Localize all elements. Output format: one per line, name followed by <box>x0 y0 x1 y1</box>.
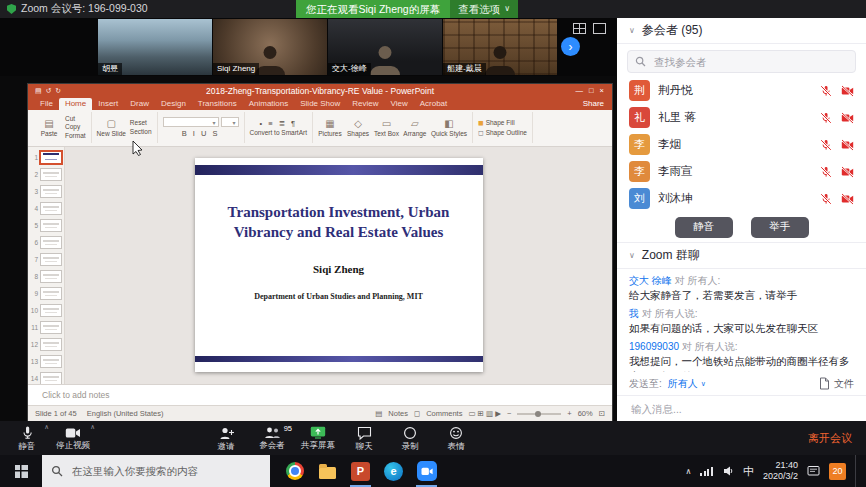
slide-thumbnail-row[interactable]: 9 <box>28 285 64 302</box>
notes-toggle-label[interactable]: Notes <box>388 409 408 418</box>
text-box-button[interactable]: ▭ Text Box <box>374 119 399 137</box>
chat-button[interactable]: 聊天 <box>341 421 387 455</box>
reactions-button[interactable]: 表情 <box>433 421 479 455</box>
next-videos-button[interactable]: › <box>561 37 580 56</box>
slide-thumbnail-row[interactable]: 12 <box>28 336 64 353</box>
ribbon-tab[interactable]: Home <box>59 98 92 110</box>
participant-row[interactable]: 李 李烟 <box>617 131 866 158</box>
ribbon-tab[interactable]: Acrobat <box>414 98 454 110</box>
slide-thumbnail-row[interactable]: 13 <box>28 353 64 370</box>
mute-button[interactable]: ∧ 静音 <box>4 421 50 455</box>
video-tile[interactable]: Siqi Zheng <box>213 19 327 75</box>
video-options-caret-icon[interactable]: ∧ <box>90 423 95 431</box>
participant-row[interactable]: 刘 刘沐坤 <box>617 185 866 212</box>
invite-button[interactable]: 邀请 <box>203 421 249 455</box>
video-tile[interactable]: 胡昱 <box>98 19 212 75</box>
zoom-in-icon[interactable]: + <box>567 409 571 418</box>
video-tile[interactable]: 船建-戴晨 <box>443 19 557 75</box>
new-slide-button[interactable]: ▢ New Slide <box>97 119 126 137</box>
paragraph-buttons[interactable]: • ≡ ≣ ¶ <box>259 119 297 128</box>
speaker-icon[interactable] <box>722 465 734 477</box>
slide-thumbnail-row[interactable]: 2 <box>28 166 64 183</box>
font-style-buttons[interactable]: B I U S <box>182 129 220 138</box>
slide-thumbnail-row[interactable]: 14 <box>28 370 64 384</box>
participants-button[interactable]: 95 参会者 <box>249 421 295 455</box>
pictures-button[interactable]: ▦ Pictures <box>318 119 342 137</box>
send-to-dropdown[interactable]: 所有人 ∨ <box>668 377 706 391</box>
window-controls-icons[interactable]: — □ × <box>575 86 606 95</box>
taskbar-search[interactable] <box>42 455 270 487</box>
action-center-icon[interactable] <box>807 465 820 477</box>
slide-thumbnail-row[interactable]: 5 <box>28 217 64 234</box>
share-button[interactable]: Share <box>583 99 604 108</box>
taskbar-clock[interactable]: 21:40 2020/3/2 <box>763 460 798 483</box>
ribbon-tab[interactable]: View <box>385 98 414 110</box>
notification-badge[interactable]: 20 <box>829 463 846 480</box>
zoom-percent-label[interactable]: 60% <box>578 409 593 418</box>
ribbon-tab[interactable]: Design <box>155 98 192 110</box>
participant-row[interactable]: 荆 荆丹悦 <box>617 77 866 104</box>
tray-expand-icon[interactable]: ∧ <box>686 467 692 476</box>
ribbon-tab[interactable]: Insert <box>92 98 124 110</box>
start-button[interactable] <box>0 455 42 487</box>
ribbon-tab[interactable]: File <box>34 98 59 110</box>
participant-search-input[interactable] <box>652 55 848 69</box>
slide-thumbnail-row[interactable]: 8 <box>28 268 64 285</box>
edge-app-button[interactable]: e <box>377 455 410 487</box>
comments-icon[interactable]: ◻ <box>414 409 420 418</box>
file-explorer-button[interactable] <box>311 455 344 487</box>
slide-thumbnail-row[interactable]: 7 <box>28 251 64 268</box>
zoom-slider[interactable] <box>517 413 561 415</box>
view-mode-icons[interactable]: ▭ ⊞ ▥ ▶ <box>468 409 500 418</box>
participant-row[interactable]: 李 李雨宣 <box>617 158 866 185</box>
ime-indicator[interactable]: 中 <box>743 464 754 479</box>
chat-input[interactable] <box>629 402 854 416</box>
zoom-app-button[interactable] <box>410 455 443 487</box>
mute-me-button[interactable]: 静音 <box>675 217 733 238</box>
zoom-out-icon[interactable]: − <box>507 409 511 418</box>
cut-button[interactable]: Cut <box>65 116 86 123</box>
fit-to-window-icon[interactable]: ⊡ <box>599 409 605 418</box>
shapes-button[interactable]: ◇ Shapes <box>346 119 370 137</box>
network-icon[interactable] <box>700 466 713 476</box>
slide-thumbnail-row[interactable]: 3 <box>28 183 64 200</box>
participant-search[interactable] <box>627 50 856 73</box>
view-options-button[interactable]: 查看选项 ∨ <box>450 0 518 18</box>
slide-thumbnail-row[interactable]: 4 <box>28 200 64 217</box>
show-desktop-button[interactable] <box>855 455 860 487</box>
slide-thumbnail-row[interactable]: 1 <box>28 149 64 166</box>
leave-meeting-button[interactable]: 离开会议 <box>808 421 852 455</box>
slide-thumbnail-row[interactable]: 6 <box>28 234 64 251</box>
copy-button[interactable]: Copy <box>65 124 86 131</box>
language-label[interactable]: English (United States) <box>87 409 164 418</box>
slide-thumbnails-panel[interactable]: 1 2 3 <box>28 147 65 384</box>
slide-thumbnail-row[interactable]: 11 <box>28 319 64 336</box>
ribbon-tab[interactable]: Slide Show <box>294 98 346 110</box>
quick-styles-button[interactable]: ◧ Quick Styles <box>431 119 467 137</box>
ribbon-tab[interactable]: Draw <box>124 98 155 110</box>
notes-toggle-icon[interactable]: ▤ <box>375 409 382 418</box>
chat-header[interactable]: ∨ Zoom 群聊 <box>617 242 866 269</box>
file-button[interactable]: 文件 <box>819 377 854 391</box>
share-screen-button[interactable]: 共享屏幕 <box>295 421 341 455</box>
ribbon-tab[interactable]: Animations <box>243 98 295 110</box>
stop-video-button[interactable]: ∧ 停止视频 <box>50 421 96 455</box>
quick-access-toolbar-icons[interactable]: ▤ ↺ ↻ <box>35 87 62 95</box>
browser-app-button[interactable] <box>278 455 311 487</box>
notes-pane[interactable]: Click to add notes <box>28 384 612 405</box>
reset-button[interactable]: Reset <box>130 120 152 127</box>
video-tile[interactable]: 交大-徐峰 <box>328 19 442 75</box>
shape-outline-button[interactable]: ◻ Shape Outline <box>478 129 527 137</box>
shape-fill-button[interactable]: ◼ Shape Fill <box>478 119 527 127</box>
gallery-view-icon[interactable] <box>573 23 586 34</box>
font-size-dropdown[interactable]: ▾ <box>221 117 239 127</box>
fullscreen-icon[interactable] <box>593 23 606 34</box>
current-slide[interactable]: Transportation Investment, Urban Vibranc… <box>195 158 483 372</box>
convert-smartart-button[interactable]: Convert to SmartArt <box>250 130 307 137</box>
ribbon-tab[interactable]: Review <box>346 98 384 110</box>
participants-header[interactable]: ∨ 参会者 (95) <box>617 18 866 44</box>
arrange-button[interactable]: ▱ Arrange <box>403 119 427 137</box>
slide-thumbnail-row[interactable]: 10 <box>28 302 64 319</box>
font-name-dropdown[interactable]: ▾ <box>163 117 219 127</box>
section-button[interactable]: Section <box>130 129 152 136</box>
